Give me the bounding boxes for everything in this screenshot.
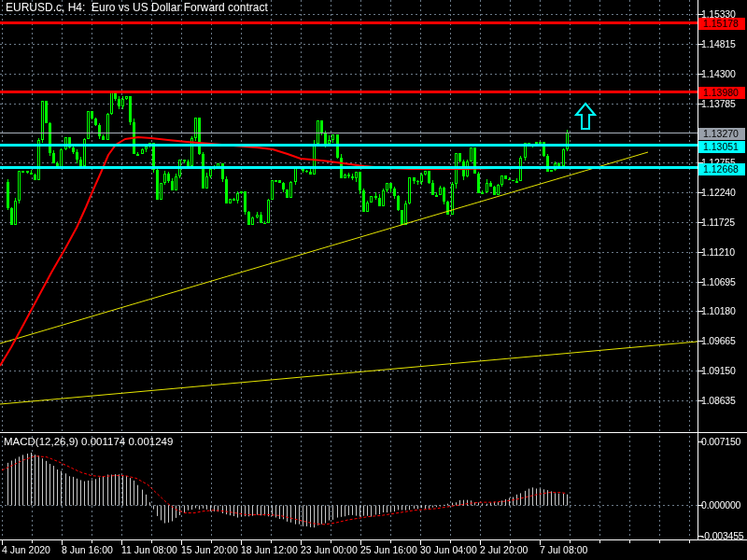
price-badge-support: 1.13051 <box>698 141 745 153</box>
price-badge-support: 1.12668 <box>698 163 745 175</box>
macd-tick-label: 0.000000 <box>701 499 740 511</box>
chart-canvas[interactable] <box>0 0 747 560</box>
price-tick-label: 1.10180 <box>701 305 736 316</box>
time-tick-label: 2 Jul 20:00 <box>480 544 528 555</box>
time-tick-label: 4 Jun 2020 <box>2 544 50 555</box>
price-tick-label: 1.11725 <box>701 217 735 228</box>
time-tick-label: 11 Jun 08:00 <box>121 544 177 555</box>
price-tick-label: 1.14300 <box>701 68 736 79</box>
up-arrow-icon[interactable] <box>574 102 597 132</box>
macd-tick-label: 0.007150 <box>701 436 740 447</box>
time-tick-label: 15 Jun 20:00 <box>181 544 238 555</box>
time-axis-separator <box>0 539 747 540</box>
price-tick-label: 1.09150 <box>701 365 736 376</box>
time-tick-label: 23 Jun 00:00 <box>301 544 358 555</box>
price-tick-label: 1.14815 <box>701 38 736 49</box>
price-tick-label: 1.08635 <box>701 395 736 406</box>
price-badge-current: 1.13270 <box>698 128 745 140</box>
price-tick-label: 1.09665 <box>701 335 736 346</box>
pane-separator[interactable] <box>0 432 747 433</box>
macd-indicator-label: MACD(12,26,9) 0.001174 0.001249 <box>4 436 173 447</box>
chart-window: EURUSD.c, H4: Euro vs US Dollar Forward … <box>0 0 747 560</box>
time-tick-label: 30 Jun 04:00 <box>420 544 477 555</box>
price-badge-resistance: 1.15178 <box>698 18 745 30</box>
price-tick-label: 1.11210 <box>701 246 735 258</box>
price-tick-label: 1.13785 <box>701 98 736 109</box>
time-tick-label: 18 Jun 12:00 <box>241 544 298 555</box>
time-tick-label: 25 Jun 16:00 <box>360 544 417 555</box>
price-tick-label: 1.12240 <box>701 187 736 198</box>
price-tick-label: 1.10695 <box>701 276 736 287</box>
price-badge-resistance: 1.13980 <box>698 87 745 99</box>
time-tick-label: 7 Jul 08:00 <box>540 544 587 555</box>
chart-title: EURUSD.c, H4: Euro vs US Dollar Forward … <box>6 1 268 14</box>
time-tick-label: 8 Jun 16:00 <box>62 544 113 555</box>
macd-tick-label: -0.003455 <box>701 530 744 541</box>
